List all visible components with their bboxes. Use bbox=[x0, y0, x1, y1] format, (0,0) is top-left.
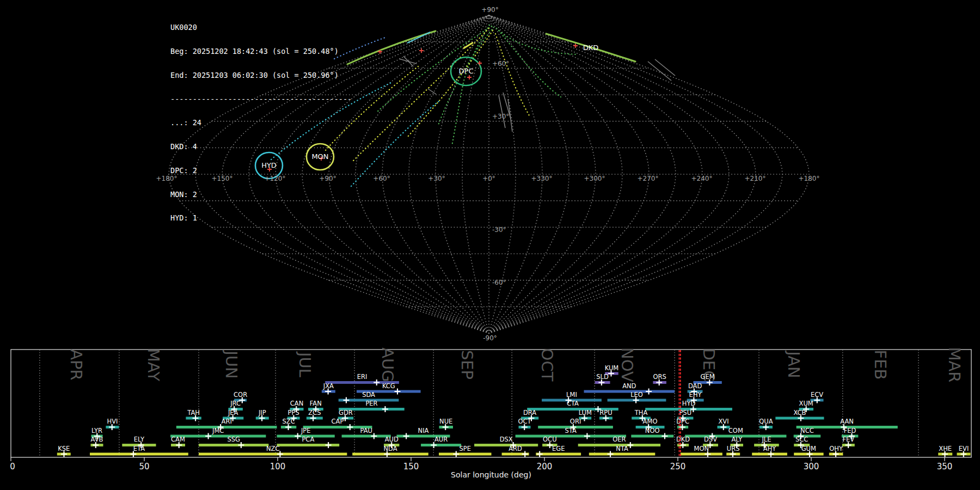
shower-label: AND bbox=[622, 382, 636, 390]
shower-label: NDA bbox=[383, 445, 397, 452]
shower-label: NCC bbox=[800, 427, 814, 434]
shower-label: ORI bbox=[570, 418, 581, 425]
shower-label: FED bbox=[844, 427, 856, 434]
shower-label: NTA bbox=[616, 445, 628, 452]
shower-label: JRC bbox=[230, 400, 241, 407]
shower-peak-marker bbox=[646, 389, 652, 395]
shower-label: AVB bbox=[91, 436, 103, 443]
shower-label: NIA bbox=[418, 427, 429, 434]
shower-label: PSU bbox=[679, 409, 691, 416]
x-tick-label: 100 bbox=[270, 462, 286, 471]
meteor-marker bbox=[419, 48, 424, 53]
count-unclassified: ...: 24 bbox=[170, 119, 352, 127]
shower-label: SSG bbox=[227, 436, 240, 443]
shower-peak-marker bbox=[403, 433, 409, 439]
x-axis-title: Solar longitude (deg) bbox=[451, 470, 531, 479]
shower-peak-marker bbox=[326, 442, 332, 448]
shower-label: XVI bbox=[718, 418, 728, 425]
shower-label: NOO bbox=[645, 427, 660, 434]
x-tick-label: 0 bbox=[10, 462, 15, 471]
longitude-label: +300° bbox=[584, 175, 605, 182]
month-label: FEB bbox=[871, 350, 890, 380]
shower-label: AUD bbox=[385, 436, 399, 443]
meteor-streak bbox=[428, 89, 436, 94]
shower-bar bbox=[421, 444, 461, 446]
shower-label: CAP bbox=[332, 418, 344, 425]
latitude-label: -60° bbox=[492, 279, 506, 286]
shower-label: GUM bbox=[801, 445, 816, 452]
shower-label: GDR bbox=[339, 409, 353, 416]
shower-label: LYR bbox=[91, 427, 102, 434]
shower-bar bbox=[342, 435, 391, 438]
shower-bar bbox=[584, 390, 675, 393]
shower-label: TAH bbox=[187, 409, 200, 416]
shower-label: DRA bbox=[523, 409, 536, 416]
shower-label: CAM bbox=[171, 436, 185, 443]
shower-label: HVI bbox=[107, 418, 118, 425]
longitude-label: +210° bbox=[745, 175, 766, 182]
shower-label: DAD bbox=[688, 382, 702, 390]
shower-label: OER bbox=[612, 436, 626, 443]
shower-label: EHY bbox=[689, 391, 702, 399]
shower-label: SZC bbox=[282, 418, 295, 425]
shower-label: OHY bbox=[829, 445, 843, 452]
shower-label: PAU bbox=[360, 427, 372, 434]
longitude-label: +60° bbox=[373, 175, 390, 182]
x-tick-label: 200 bbox=[537, 462, 553, 471]
count-dpc: DPC: 2 bbox=[170, 167, 352, 175]
longitude-label: +330° bbox=[531, 175, 553, 182]
x-tick-label: 250 bbox=[670, 462, 686, 471]
shower-peak-marker bbox=[453, 451, 459, 457]
shower-label: FAN bbox=[310, 400, 322, 407]
shower-peak-marker bbox=[382, 406, 388, 412]
shower-label: MON bbox=[694, 445, 709, 452]
shower-peak-marker bbox=[661, 433, 667, 439]
shower-label: OCT bbox=[518, 418, 531, 425]
meteor-track-dotted bbox=[407, 30, 493, 137]
shower-label: AHY bbox=[763, 445, 777, 452]
longitude-label: +180° bbox=[799, 175, 820, 182]
shower-bar bbox=[516, 435, 626, 438]
month-label: APR bbox=[67, 349, 85, 380]
shower-label: SCC bbox=[795, 436, 808, 443]
meteor-streak bbox=[648, 62, 671, 81]
shower-bar bbox=[681, 453, 722, 456]
shower-peak-marker bbox=[627, 442, 633, 448]
shower-label: ERI bbox=[357, 373, 367, 381]
shower-label: JIP bbox=[258, 409, 266, 416]
radiant-label: DPC bbox=[459, 67, 474, 75]
latitude-label: +30° bbox=[492, 113, 509, 120]
shower-label: XHE bbox=[939, 445, 952, 452]
shower-peak-marker bbox=[295, 433, 301, 439]
longitude-label: +270° bbox=[638, 175, 659, 182]
meteor-streak bbox=[655, 59, 675, 76]
shower-label: RPU bbox=[599, 409, 612, 416]
longitude-label: +0° bbox=[482, 175, 495, 182]
longitude-label: +30° bbox=[428, 175, 445, 182]
shower-label: SPE bbox=[459, 445, 471, 452]
shower-label: JEA bbox=[228, 409, 238, 416]
shower-label: FEV bbox=[842, 436, 854, 443]
month-label: JUN bbox=[222, 350, 241, 378]
shower-label: ARI bbox=[222, 418, 232, 425]
shower-label: DSV bbox=[704, 436, 717, 443]
shower-label: JLE bbox=[761, 436, 771, 443]
radiant-label: DKD bbox=[583, 44, 599, 52]
shower-peak-marker bbox=[608, 451, 614, 457]
meteor-track-dotted bbox=[377, 26, 492, 112]
shower-label: LEO bbox=[630, 391, 643, 399]
shower-label: JPE bbox=[301, 427, 311, 434]
month-label: JAN bbox=[785, 350, 803, 378]
shower-label: NUE bbox=[439, 418, 452, 425]
shower-label: JMC bbox=[212, 427, 224, 434]
shower-label: AMO bbox=[643, 418, 658, 425]
shower-label: PCA bbox=[302, 436, 314, 443]
count-hyd: HYD: 1 bbox=[170, 214, 352, 222]
station-id: UK0020 bbox=[170, 23, 352, 32]
shower-label: ECV bbox=[811, 391, 823, 399]
shower-label: CTA bbox=[567, 400, 579, 407]
shower-peak-marker bbox=[537, 451, 543, 457]
shower-bar bbox=[536, 453, 581, 456]
shower-bar bbox=[176, 426, 277, 428]
shower-label: COR bbox=[234, 391, 247, 399]
